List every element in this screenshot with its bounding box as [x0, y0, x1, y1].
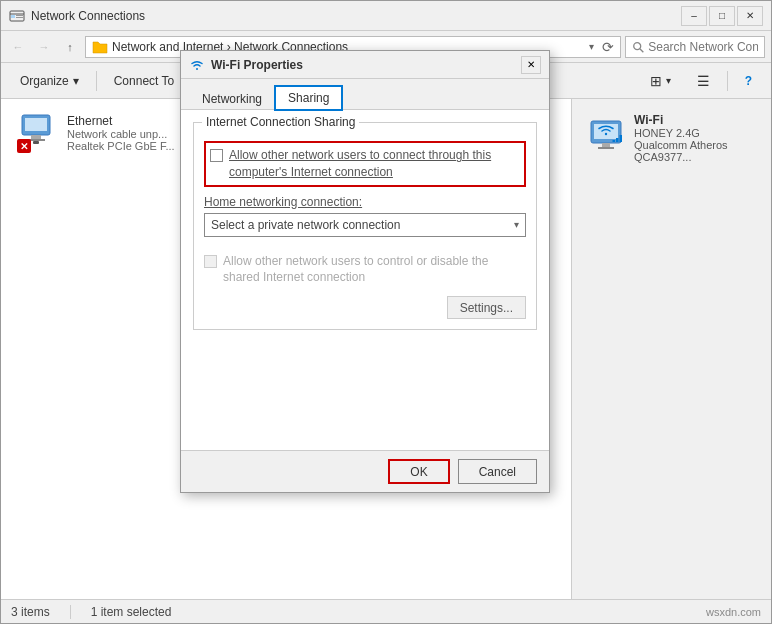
allow-checkbox[interactable]: [210, 149, 223, 162]
settings-btn-row: Settings...: [204, 296, 526, 319]
ics-group-legend: Internet Connection Sharing: [202, 115, 359, 129]
dialog-title: Wi-Fi Properties: [211, 58, 521, 72]
tab-sharing[interactable]: Sharing: [275, 86, 342, 110]
dialog-tabs: Networking Sharing: [181, 79, 549, 110]
dialog-icon: [189, 57, 205, 73]
internet-connection-link: Internet connection: [291, 165, 393, 179]
main-window: Network Connections – □ ✕ ← → ↑ Network …: [0, 0, 772, 624]
wifi-properties-dialog: Wi-Fi Properties ✕ Networking Sharing In…: [180, 50, 550, 493]
home-net-dropdown[interactable]: Select a private network connection ▾: [204, 213, 526, 237]
cancel-button[interactable]: Cancel: [458, 459, 537, 484]
dropdown-value: Select a private network connection: [211, 218, 400, 232]
svg-point-20: [196, 68, 198, 70]
allow-checkbox-row: Allow other network users to connect thr…: [204, 141, 526, 187]
dialog-close-button[interactable]: ✕: [521, 56, 541, 74]
dialog-footer: OK Cancel: [181, 450, 549, 492]
allow-control-label: Allow other network users to control or …: [223, 253, 488, 287]
dialog-content: Internet Connection Sharing Allow other …: [181, 110, 549, 450]
allow-control-row: Allow other network users to control or …: [204, 245, 526, 287]
allow-label-line1: Allow other network users to connect thr…: [229, 148, 491, 162]
ics-group-box: Internet Connection Sharing Allow other …: [193, 122, 537, 330]
home-net-section: Home networking connection: Select a pri…: [204, 195, 526, 237]
allow-control-checkbox: [204, 255, 217, 268]
home-net-label: Home networking connection:: [204, 195, 526, 209]
dropdown-arrow-icon: ▾: [514, 219, 519, 230]
settings-button[interactable]: Settings...: [447, 296, 526, 319]
dialog-title-bar: Wi-Fi Properties ✕: [181, 51, 549, 79]
ok-button[interactable]: OK: [388, 459, 449, 484]
dialog-overlay: Wi-Fi Properties ✕ Networking Sharing In…: [0, 0, 772, 624]
allow-label-line2: computer's Internet connection: [229, 165, 393, 179]
group-box-inner: Allow other network users to connect thr…: [194, 137, 536, 329]
tab-networking[interactable]: Networking: [189, 86, 275, 110]
allow-checkbox-label: Allow other network users to connect thr…: [229, 147, 491, 181]
